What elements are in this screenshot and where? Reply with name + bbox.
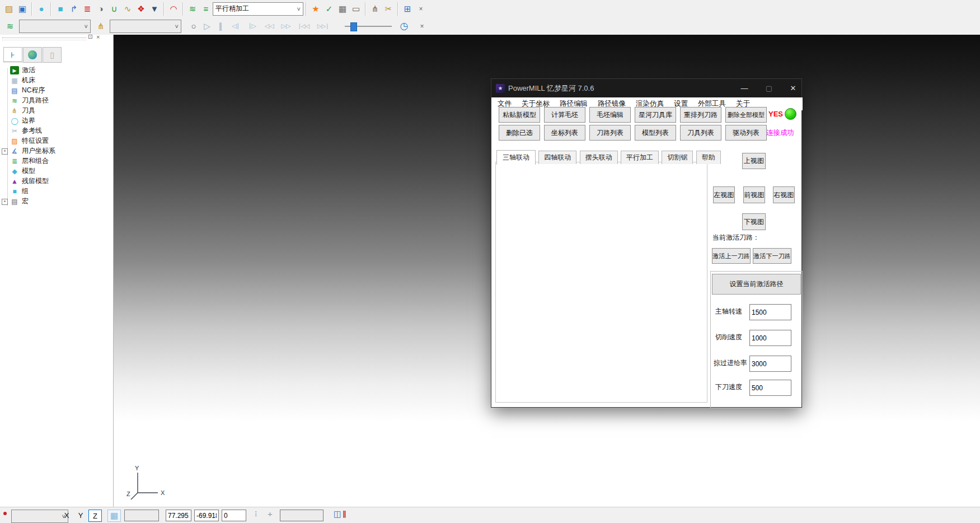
cubes-icon[interactable]: ⊞ bbox=[401, 2, 414, 16]
feed-rate-icon[interactable]: ◑ bbox=[94, 2, 107, 16]
tab-cutting-saw[interactable]: 切割锯 bbox=[662, 151, 693, 164]
coord-list-button[interactable]: 坐标列表 bbox=[544, 125, 585, 141]
animbar-close-button[interactable]: × bbox=[415, 20, 429, 33]
plunge-feed-input[interactable] bbox=[749, 380, 791, 396]
grid-toggle-icon[interactable]: ▦ bbox=[107, 510, 121, 522]
maximize-button[interactable]: ▢ bbox=[763, 82, 775, 95]
tool-icon[interactable]: ⋔ bbox=[94, 20, 107, 33]
workplane-select[interactable]: ˅ bbox=[11, 510, 68, 523]
axis-x-button[interactable]: X bbox=[60, 510, 73, 521]
collision-check-icon[interactable]: ◠ bbox=[167, 2, 180, 16]
activate-next-toolpath-button[interactable]: 激活下一刀路 bbox=[753, 248, 791, 264]
tab-swivel-head[interactable]: 摆头联动 bbox=[580, 151, 618, 164]
clock-icon[interactable]: ◷ bbox=[397, 20, 411, 33]
view-front-button[interactable]: 前视图 bbox=[743, 186, 765, 203]
tree-item-nc-programs[interactable]: ▤ NC程序 bbox=[10, 86, 45, 95]
tree-item-machine-tools[interactable]: ▦ 机床 bbox=[10, 76, 35, 85]
tree-item-stock-models[interactable]: ▲ 残留模型 bbox=[10, 176, 49, 186]
tool-list-button[interactable]: 刀具列表 bbox=[680, 125, 721, 141]
coord-y-input[interactable] bbox=[194, 510, 219, 521]
fast-forward-button[interactable]: ▷▷ bbox=[278, 20, 294, 33]
calc-stock-button[interactable]: 计算毛坯 bbox=[544, 107, 585, 123]
tool-select[interactable]: ˅ bbox=[110, 20, 181, 33]
tree-item-toolpaths[interactable]: ≋ 刀具路径 bbox=[10, 96, 49, 105]
point-snap-icon[interactable]: + bbox=[268, 509, 273, 519]
flame-tool-icon[interactable]: ★ bbox=[309, 2, 322, 16]
stock-edit-button[interactable]: 毛坯编辑 bbox=[589, 107, 631, 123]
verify-tool-icon[interactable]: ✓ bbox=[322, 2, 336, 16]
scissors-icon[interactable]: ✂ bbox=[382, 2, 395, 16]
xyz-list-icon[interactable]: ⁝ bbox=[255, 510, 257, 519]
spindle-speed-input[interactable] bbox=[749, 304, 791, 320]
delete-selected-button[interactable]: 删除已选 bbox=[499, 125, 540, 141]
skim-feed-input[interactable] bbox=[749, 356, 791, 372]
tab-4axis[interactable]: 四轴联动 bbox=[538, 151, 576, 164]
tree-item-levels-sets[interactable]: ≣ 层和组合 bbox=[10, 156, 49, 166]
strategy-select[interactable]: 平行精加工 ˅ bbox=[213, 2, 303, 16]
view-top-button[interactable]: 上视图 bbox=[742, 153, 766, 169]
model-list-button[interactable]: 模型列表 bbox=[635, 125, 676, 141]
toolpath-select[interactable]: ˅ bbox=[19, 20, 91, 33]
tree-item-boundaries[interactable]: ◯ 边界 bbox=[10, 116, 35, 125]
strategy-list-icon[interactable]: ≡ bbox=[199, 2, 213, 16]
tree-item-workplanes[interactable]: ∡ 用户坐标系 bbox=[10, 146, 55, 156]
toolpath-list-button[interactable]: 刀路列表 bbox=[589, 125, 631, 141]
points-icon[interactable]: ❖ bbox=[134, 2, 148, 16]
shaded-view-icon[interactable]: ● bbox=[35, 2, 48, 16]
rapid-moves-icon[interactable]: ↱ bbox=[67, 2, 81, 16]
toolbar-close-button[interactable]: × bbox=[414, 2, 428, 16]
rewind-button[interactable]: ◁◁ bbox=[261, 20, 278, 33]
calculator-icon[interactable]: ▦ bbox=[336, 2, 349, 16]
tree-item-macros[interactable]: ▤ 宏 bbox=[10, 197, 29, 206]
toolpath-spring-icon[interactable]: ≋ bbox=[186, 2, 199, 16]
set-active-path-button[interactable]: 设置当前激活路径 bbox=[712, 274, 801, 295]
expand-plus-icon[interactable]: + bbox=[2, 199, 8, 205]
reorder-toolpath-button[interactable]: 重排列刀路 bbox=[680, 107, 721, 123]
activate-prev-toolpath-button[interactable]: 激活上一刀路 bbox=[712, 248, 751, 264]
tab-help[interactable]: 帮助 bbox=[696, 151, 721, 164]
paste-new-model-button[interactable]: 粘贴新模型 bbox=[499, 107, 540, 123]
pause-button[interactable]: ∥ bbox=[214, 20, 227, 33]
dialog-titlebar[interactable]: ★ PowerMILL 忆梦星河 7.0.6 — ▢ ✕ bbox=[491, 79, 801, 97]
view-right-button[interactable]: 右视图 bbox=[773, 186, 795, 203]
close-button[interactable]: ✕ bbox=[787, 82, 799, 95]
status-extra-input[interactable] bbox=[280, 510, 323, 521]
delete-all-models-button[interactable]: 删除全部模型 bbox=[725, 107, 767, 123]
tree-item-models[interactable]: ◆ 模型 bbox=[10, 166, 35, 176]
tree-item-feature-sets[interactable]: ▨ 特征设置 bbox=[10, 136, 49, 146]
toolpath-icon[interactable]: ≋ bbox=[3, 20, 17, 33]
coord-x-input[interactable] bbox=[166, 510, 191, 521]
expand-plus-icon[interactable]: + bbox=[2, 148, 8, 155]
view-left-button[interactable]: 左视图 bbox=[713, 186, 735, 203]
go-end-button[interactable]: ▷▷∣ bbox=[313, 20, 332, 33]
go-start-button[interactable]: ∣◁◁ bbox=[294, 20, 313, 33]
step-forward-button[interactable]: ∣▷ bbox=[244, 20, 261, 33]
explorer-tab-globe[interactable] bbox=[23, 47, 42, 63]
tab-3axis[interactable]: 三轴联动 bbox=[496, 150, 536, 165]
panel-grip[interactable] bbox=[2, 38, 86, 40]
ruler-icon[interactable]: ▭ bbox=[349, 2, 363, 16]
save-project-icon[interactable]: ▣ bbox=[16, 2, 29, 16]
tool-library-button[interactable]: 星河刀具库 bbox=[635, 107, 676, 123]
explorer-tab-tree[interactable]: ⊦ bbox=[3, 47, 22, 63]
grid-size-input[interactable] bbox=[124, 510, 159, 521]
tree-item-activate[interactable]: ▶ 激活 bbox=[10, 66, 35, 75]
block-icon[interactable]: ■ bbox=[54, 2, 67, 16]
view-bottom-button[interactable]: 下视图 bbox=[742, 213, 766, 230]
tool-pair-icon[interactable]: ⋔ bbox=[368, 2, 382, 16]
panel-close-icon[interactable]: × bbox=[96, 34, 100, 40]
tab-parallel[interactable]: 平行加工 bbox=[621, 151, 659, 164]
lightbulb-icon[interactable]: ○ bbox=[187, 20, 200, 33]
tree-item-tools[interactable]: ⋔ 刀具 bbox=[10, 106, 35, 115]
explorer-tab-trash[interactable]: ▯ bbox=[43, 47, 62, 63]
open-project-icon[interactable]: ▨ bbox=[2, 2, 16, 16]
tree-item-groups[interactable]: ■ 组 bbox=[10, 186, 29, 196]
book-icon[interactable]: ◫ bbox=[334, 509, 341, 519]
tool-holder-icon[interactable]: ∪ bbox=[107, 2, 121, 16]
drive-list-button[interactable]: 驱动列表 bbox=[725, 125, 767, 141]
leads-links-icon[interactable]: ≣ bbox=[81, 2, 94, 16]
slider-handle[interactable] bbox=[350, 22, 357, 31]
tree-item-patterns[interactable]: ✂ 参考线 bbox=[10, 126, 42, 136]
axis-y-button[interactable]: Y bbox=[74, 510, 87, 521]
cutting-feed-input[interactable] bbox=[749, 330, 791, 346]
